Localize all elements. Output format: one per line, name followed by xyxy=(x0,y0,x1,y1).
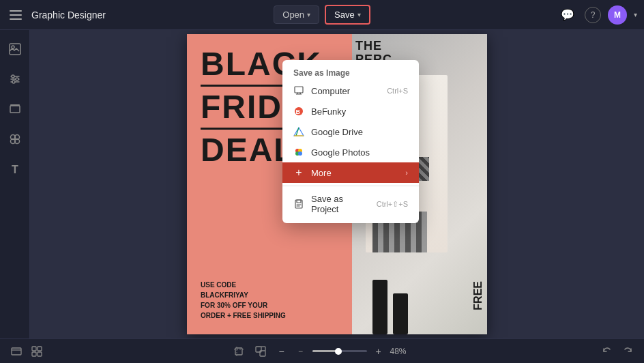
save-dropdown-menu: Save as Image Computer Ctrl+S B BeFunky xyxy=(282,60,419,223)
svg-point-2 xyxy=(12,75,14,78)
zoom-slider[interactable] xyxy=(312,350,367,352)
topbar: Graphic Designer Open ▾ Save ▾ 💬 ? M ▾ xyxy=(0,0,644,30)
svg-rect-30 xyxy=(38,352,42,356)
zoom-out-button[interactable]: − xyxy=(274,344,289,359)
more-plus-icon: + xyxy=(293,167,304,178)
topbar-center: Open ▾ Save ▾ xyxy=(274,5,370,25)
redo-button[interactable] xyxy=(619,343,636,360)
dropdown-divider xyxy=(282,186,419,186)
save-project-shortcut: Ctrl+⇧+S xyxy=(377,200,408,209)
resize-icon[interactable] xyxy=(252,343,269,360)
crop-icon[interactable] xyxy=(231,343,247,360)
zoom-slider-bar-icon: − xyxy=(293,344,308,359)
poster-bottom-text: USE CODEBLACKFRIYAYFOR 30% OFF YOURORDER… xyxy=(201,280,338,321)
svg-rect-34 xyxy=(256,347,261,352)
zoom-controls: − − + 48% xyxy=(274,344,414,359)
help-icon[interactable]: ? xyxy=(585,7,601,23)
zoom-percent-label: 48% xyxy=(390,347,414,356)
svg-rect-31 xyxy=(235,348,242,355)
zoom-in-button[interactable]: + xyxy=(371,344,386,359)
google-photos-icon xyxy=(293,147,304,158)
topbar-right: 💬 ? M ▾ xyxy=(370,5,637,25)
sidebar-item-elements[interactable] xyxy=(3,127,27,151)
dropdown-item-computer[interactable]: Computer Ctrl+S xyxy=(282,81,419,101)
menu-button[interactable] xyxy=(7,8,25,23)
dropdown-item-google-photos[interactable]: Google Photos xyxy=(282,142,419,162)
sidebar-item-adjustments[interactable] xyxy=(3,67,27,91)
svg-rect-28 xyxy=(38,347,42,351)
save-chevron-icon: ▾ xyxy=(357,11,361,18)
topbar-left: Graphic Designer xyxy=(7,8,274,23)
computer-icon xyxy=(293,85,304,96)
svg-point-21 xyxy=(298,151,302,156)
zoom-slider-thumb[interactable] xyxy=(335,348,342,355)
layers-panel-icon[interactable] xyxy=(8,343,25,360)
svg-rect-27 xyxy=(32,347,36,351)
model-left-boot xyxy=(372,280,387,334)
undo-button[interactable] xyxy=(599,343,615,360)
model-right-boot xyxy=(393,293,408,334)
svg-rect-23 xyxy=(297,200,301,203)
sidebar-item-image[interactable] xyxy=(3,37,27,61)
avatar-chevron-icon[interactable]: ▾ xyxy=(634,11,637,18)
canvas-area: BLACK FRIDAY DEALS USE CODEBLACKFRIYAYFO… xyxy=(30,30,644,338)
svg-rect-12 xyxy=(295,87,303,93)
save-project-icon xyxy=(293,199,304,209)
sidebar-item-text[interactable]: T xyxy=(3,157,27,182)
open-chevron-icon: ▾ xyxy=(307,11,310,18)
svg-rect-29 xyxy=(32,352,36,356)
main-content: T BLACK FRIDAY DEALS USE CODEBLACKFRIYAY… xyxy=(0,30,644,338)
save-button[interactable]: Save ▾ xyxy=(325,5,370,25)
bottombar-center: − − + 48% xyxy=(50,343,594,360)
chat-icon[interactable]: 💬 xyxy=(557,5,578,25)
open-button[interactable]: Open ▾ xyxy=(274,5,319,24)
svg-point-4 xyxy=(12,81,15,83)
app-title: Graphic Designer xyxy=(31,10,106,20)
dropdown-item-more[interactable]: + More › xyxy=(282,162,419,183)
dropdown-section-title: Save as Image xyxy=(282,64,419,81)
bottombar-left xyxy=(8,343,45,360)
svg-rect-26 xyxy=(12,348,21,355)
bottombar-right xyxy=(599,343,636,360)
bottombar: − − + 48% xyxy=(0,338,644,363)
dropdown-item-befunky[interactable]: B BeFunky xyxy=(282,101,419,121)
svg-text:B: B xyxy=(296,108,301,115)
avatar[interactable]: M xyxy=(608,5,627,25)
google-drive-icon xyxy=(293,126,304,137)
poster-free-label: FREE xyxy=(472,281,484,310)
dropdown-item-save-project[interactable]: Save as Project Ctrl+⇧+S xyxy=(282,189,419,219)
svg-rect-5 xyxy=(10,106,20,113)
grid-view-icon[interactable] xyxy=(29,343,45,360)
sidebar: T xyxy=(0,30,30,338)
more-chevron-icon: › xyxy=(405,169,408,177)
svg-text:T: T xyxy=(12,164,18,175)
svg-rect-35 xyxy=(260,351,265,356)
svg-rect-6 xyxy=(10,104,20,106)
sidebar-item-layers[interactable] xyxy=(3,97,27,121)
dropdown-item-google-drive[interactable]: Google Drive xyxy=(282,121,419,142)
befunky-icon: B xyxy=(293,106,304,117)
svg-point-3 xyxy=(16,78,18,81)
computer-shortcut: Ctrl+S xyxy=(387,87,408,95)
